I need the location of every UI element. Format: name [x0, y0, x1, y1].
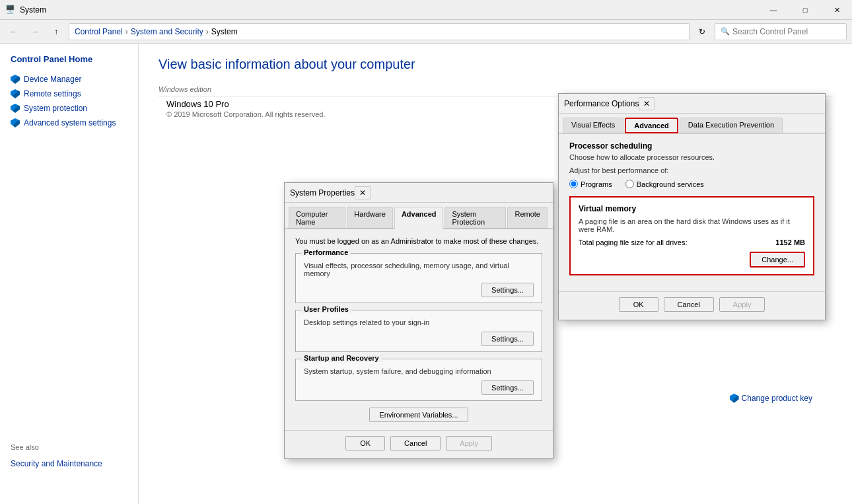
- search-box[interactable]: 🔍: [715, 23, 847, 40]
- environment-variables-btn[interactable]: Environment Variables...: [369, 408, 468, 422]
- perf-titlebar: Performance Options ✕: [559, 94, 825, 114]
- change-product-link[interactable]: Change product key: [730, 394, 812, 403]
- sidebar-item-advanced-settings[interactable]: Advanced system settings: [0, 116, 138, 130]
- user-profiles-title: User Profiles: [301, 305, 351, 313]
- vm-size-label: Total paging file size for all drives:: [579, 238, 687, 246]
- startup-recovery-section: Startup and Recovery System startup, sys…: [295, 359, 542, 401]
- tab-system-protection[interactable]: System Protection: [444, 207, 506, 229]
- performance-desc: Visual effects, processor scheduling, me…: [304, 262, 534, 277]
- sidebar: Control Panel Home Device Manager Remote…: [0, 44, 139, 504]
- performance-settings-btn[interactable]: Settings...: [481, 283, 534, 297]
- sidebar-item-remote-settings[interactable]: Remote settings: [0, 87, 138, 101]
- proc-title: Processor scheduling: [569, 141, 814, 151]
- sys-props-apply-btn[interactable]: Apply: [446, 436, 492, 450]
- radio-programs[interactable]: Programs: [569, 180, 612, 188]
- title-bar: 🖥️ System — □ ✕: [0, 0, 852, 20]
- app-icon: 🖥️: [5, 5, 16, 15]
- sys-props-ok-btn[interactable]: OK: [345, 436, 385, 450]
- minimize-button[interactable]: —: [758, 0, 789, 20]
- sidebar-item-system-protection[interactable]: System protection: [0, 101, 138, 116]
- close-button[interactable]: ✕: [822, 0, 852, 20]
- perf-footer: OK Cancel Apply: [559, 291, 825, 320]
- radio-background[interactable]: Background services: [625, 180, 704, 188]
- vm-title: Virtual memory: [579, 204, 805, 213]
- address-path[interactable]: Control Panel › System and Security › Sy…: [69, 23, 690, 40]
- sys-props-footer: OK Cancel Apply: [285, 430, 553, 458]
- perf-close[interactable]: ✕: [639, 97, 655, 110]
- perf-title: Performance Options: [564, 99, 639, 108]
- maximize-button[interactable]: □: [790, 0, 820, 20]
- proc-desc: Choose how to allocate processor resourc…: [569, 153, 814, 161]
- shield-icon: [730, 394, 739, 403]
- user-profiles-desc: Desktop settings related to your sign-in: [304, 318, 534, 326]
- system-properties-dialog: System Properties ✕ Computer Name Hardwa…: [284, 182, 553, 459]
- user-profiles-settings-btn[interactable]: Settings...: [481, 332, 534, 346]
- radio-programs-label: Programs: [581, 180, 612, 188]
- sidebar-item-label: Advanced system settings: [24, 118, 116, 127]
- breadcrumb-system-security[interactable]: System and Security: [131, 27, 203, 36]
- best-for-label: Adjust for best performance of:: [569, 166, 814, 174]
- search-input[interactable]: [732, 27, 841, 36]
- sys-props-titlebar: System Properties ✕: [285, 183, 553, 203]
- performance-section: Performance Visual effects, processor sc…: [295, 253, 542, 303]
- perf-tab-dep[interactable]: Data Execution Prevention: [680, 118, 783, 133]
- sidebar-item-label: System protection: [24, 104, 87, 113]
- window-controls: — □ ✕: [758, 0, 852, 20]
- breadcrumb-system: System: [211, 27, 238, 36]
- content-area: View basic information about your comput…: [139, 44, 852, 504]
- startup-recovery-title: Startup and Recovery: [301, 354, 382, 362]
- perf-tabs: Visual Effects Advanced Data Execution P…: [559, 114, 825, 133]
- shield-icon: [11, 75, 20, 84]
- shield-icon: [11, 118, 20, 127]
- tab-hardware[interactable]: Hardware: [347, 207, 393, 229]
- main-window: Control Panel Home Device Manager Remote…: [0, 44, 852, 504]
- perf-tab-visual-effects[interactable]: Visual Effects: [563, 118, 623, 133]
- sidebar-item-label: Device Manager: [24, 75, 81, 84]
- startup-recovery-settings-btn[interactable]: Settings...: [481, 380, 534, 395]
- address-bar: ← → ↑ Control Panel › System and Securit…: [0, 20, 852, 44]
- sidebar-item-device-manager[interactable]: Device Manager: [0, 72, 138, 87]
- content-title: View basic information about your comput…: [159, 57, 832, 72]
- perf-tab-advanced[interactable]: Advanced: [625, 118, 678, 133]
- perf-cancel-btn[interactable]: Cancel: [664, 297, 714, 312]
- tab-advanced[interactable]: Advanced: [394, 207, 444, 229]
- admin-note: You must be logged on as an Administrato…: [295, 237, 542, 245]
- vm-change-btn[interactable]: Change...: [750, 252, 805, 268]
- perf-ok-btn[interactable]: OK: [619, 297, 658, 312]
- radio-programs-input[interactable]: [569, 180, 578, 188]
- startup-recovery-desc: System startup, system failure, and debu…: [304, 367, 534, 375]
- shield-icon: [11, 89, 20, 98]
- up-button[interactable]: ↑: [48, 23, 65, 40]
- refresh-button[interactable]: ↻: [693, 23, 711, 40]
- vm-desc: A paging file is an area on the hard dis…: [579, 217, 805, 233]
- forward-button[interactable]: →: [26, 23, 44, 40]
- vm-size-row: Total paging file size for all drives: 1…: [579, 238, 805, 246]
- virtual-memory-section: Virtual memory A paging file is an area …: [569, 196, 814, 275]
- sys-props-close[interactable]: ✕: [355, 186, 371, 199]
- tab-computer-name[interactable]: Computer Name: [289, 207, 345, 229]
- shield-icon: [11, 104, 20, 113]
- performance-options-dialog: Performance Options ✕ Visual Effects Adv…: [558, 93, 826, 320]
- performance-title: Performance: [301, 248, 351, 256]
- change-product-label: Change product key: [742, 394, 812, 403]
- back-button[interactable]: ←: [5, 23, 22, 40]
- sidebar-item-label: Remote settings: [24, 89, 81, 98]
- vm-size-value: 1152 MB: [775, 238, 805, 246]
- sys-props-content: You must be logged on as an Administrato…: [285, 229, 553, 430]
- window-title: System: [20, 5, 847, 15]
- radio-group: Programs Background services: [569, 180, 814, 188]
- search-icon: 🔍: [721, 27, 730, 36]
- sidebar-home[interactable]: Control Panel Home: [0, 54, 138, 72]
- sys-props-title: System Properties: [290, 188, 355, 198]
- see-also-label: See also: [0, 438, 139, 456]
- radio-background-label: Background services: [637, 180, 704, 188]
- see-also-security[interactable]: Security and Maintenance: [0, 456, 139, 471]
- perf-content: Processor scheduling Choose how to alloc…: [559, 133, 825, 291]
- processor-scheduling-section: Processor scheduling Choose how to alloc…: [569, 141, 814, 188]
- sys-props-tabs: Computer Name Hardware Advanced System P…: [285, 203, 553, 229]
- tab-remote[interactable]: Remote: [507, 207, 548, 229]
- perf-apply-btn[interactable]: Apply: [719, 297, 765, 312]
- sys-props-cancel-btn[interactable]: Cancel: [390, 436, 441, 450]
- radio-background-input[interactable]: [625, 180, 634, 188]
- breadcrumb-control-panel[interactable]: Control Panel: [75, 27, 123, 36]
